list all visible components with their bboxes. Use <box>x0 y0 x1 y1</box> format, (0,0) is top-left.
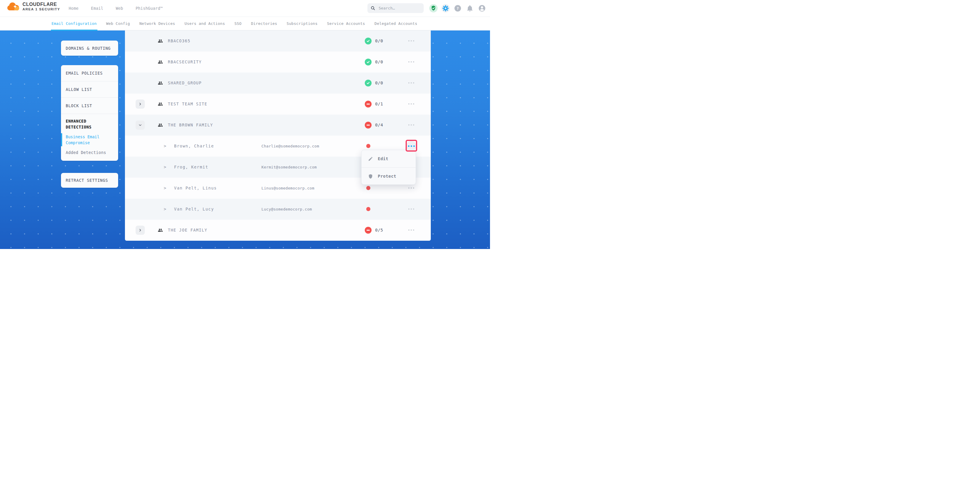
table-row[interactable]: RBACSECURITY 0/0 <box>125 51 431 73</box>
row-menu-button-highlighted[interactable] <box>406 141 416 151</box>
sidebar-item-business-email-compromise[interactable]: Business Email Compromise <box>66 134 114 146</box>
chevron-right-icon <box>138 228 142 232</box>
row-menu-button[interactable] <box>406 204 416 214</box>
cloudflare-cloud-icon <box>6 2 20 11</box>
expand-button[interactable] <box>135 99 145 109</box>
sidebar-policies-card: EMAIL POLICIES ALLOW LIST BLOCK LIST ENH… <box>61 65 118 161</box>
expand-button[interactable] <box>135 121 145 130</box>
sidebar-item-domains-routing[interactable]: DOMAINS & ROUTING <box>61 41 118 56</box>
row-name: TEST TEAM SITE <box>168 94 207 115</box>
nav-web[interactable]: Web <box>116 6 123 11</box>
row-name: Van Pelt, Lucy <box>174 199 214 220</box>
row-email: Linus@somedemocorp.com <box>261 178 314 199</box>
nav-phishguard[interactable]: PhishGuard™ <box>135 6 163 11</box>
status-icon <box>366 186 371 190</box>
check-icon <box>366 60 370 64</box>
table-row[interactable]: RBACO365 0/0 <box>125 30 431 51</box>
tab-directories[interactable]: Directories <box>251 17 277 30</box>
row-name: Brown, Charlie <box>174 135 214 157</box>
table-row[interactable]: SHARED_GROUP 0/0 <box>125 73 431 94</box>
svg-text:?: ? <box>457 6 459 11</box>
status-icon <box>365 227 372 234</box>
tab-delegated-accounts[interactable]: Delegated Accounts <box>374 17 417 30</box>
help-icon[interactable]: ? <box>453 4 462 13</box>
row-email: Charlie@somedemocorp.com <box>261 135 319 157</box>
tab-users-and-actions[interactable]: Users and Actions <box>185 17 225 30</box>
tab-web-config[interactable]: Web Config <box>106 17 130 30</box>
row-menu-button[interactable] <box>406 57 416 67</box>
row-menu-button[interactable] <box>406 99 416 109</box>
protection-count: 0/0 <box>375 73 383 94</box>
shield-check-icon[interactable] <box>429 4 438 13</box>
protection-count: 0/0 <box>375 51 383 73</box>
check-icon <box>366 81 370 85</box>
status-icon <box>365 59 372 65</box>
tab-service-accounts[interactable]: Service Accounts <box>327 17 365 30</box>
row-menu-button[interactable] <box>406 225 416 235</box>
check-icon <box>366 39 370 43</box>
chevron-down-icon <box>138 123 142 127</box>
group-icon <box>158 59 163 65</box>
row-name: THE JOE FAMILY <box>168 220 207 241</box>
search-input[interactable] <box>378 6 421 11</box>
member-chevron: > <box>164 157 166 178</box>
tab-sso[interactable]: SSO <box>234 17 242 30</box>
status-icon <box>365 122 372 129</box>
tab-email-configuration[interactable]: Email Configuration <box>51 17 97 30</box>
group-icon <box>158 81 163 86</box>
sidebar-item-added-detections[interactable]: Added Detections <box>66 150 114 156</box>
user-icon[interactable] <box>478 4 486 13</box>
status-icon <box>365 101 372 108</box>
minus-icon <box>366 103 370 105</box>
bell-icon[interactable] <box>466 4 474 13</box>
group-table: RBACO365 0/0 RBACSECURITY 0/0 SHARED_GRO… <box>125 30 431 241</box>
table-row[interactable]: THE JOE FAMILY 0/5 <box>125 220 431 241</box>
group-icon <box>158 228 163 233</box>
gear-icon[interactable] <box>441 4 450 13</box>
group-icon <box>158 123 163 127</box>
sidebar-item-allow-list[interactable]: ALLOW LIST <box>61 81 118 98</box>
row-menu-button[interactable] <box>406 120 416 130</box>
tab-subscriptions[interactable]: Subscriptions <box>286 17 317 30</box>
status-icon <box>366 207 371 211</box>
sidebar-item-retract-settings[interactable]: RETRACT SETTINGS <box>61 173 118 188</box>
row-name: Van Pelt, Linus <box>174 178 217 199</box>
sidebar-item-block-list[interactable]: BLOCK LIST <box>61 98 118 114</box>
minus-icon <box>366 230 370 231</box>
row-name: THE BROWN FAMILY <box>168 115 213 135</box>
group-icon <box>158 38 163 43</box>
table-row[interactable]: THE BROWN FAMILY 0/4 <box>125 115 431 135</box>
enhanced-detections-heading: ENHANCED DETECTIONS <box>66 118 114 130</box>
tab-network-devices[interactable]: Network Devices <box>140 17 175 30</box>
cloudflare-logo[interactable]: CLOUDFLARE AREA 1 SECURITY <box>6 2 60 11</box>
active-indicator-bar <box>61 133 62 146</box>
config-tabs: Email Configuration Web Config Network D… <box>0 17 490 30</box>
context-menu: Edit Protect <box>361 150 416 185</box>
context-menu-item-edit[interactable]: Edit <box>361 150 416 167</box>
table-row[interactable]: > Van Pelt, Lucy Lucy@somedemocorp.com <box>125 199 431 220</box>
app-header: CLOUDFLARE AREA 1 SECURITY Home Email We… <box>0 0 490 17</box>
sidebar-item-email-policies[interactable]: EMAIL POLICIES <box>61 65 118 81</box>
protection-count: 0/0 <box>375 30 383 51</box>
context-menu-item-protect[interactable]: Protect <box>361 167 416 185</box>
status-icon <box>365 38 372 45</box>
shield-icon <box>368 174 373 179</box>
nav-email[interactable]: Email <box>91 6 103 11</box>
expand-button[interactable] <box>135 226 145 235</box>
member-chevron: > <box>164 178 166 199</box>
search-box[interactable] <box>368 3 424 13</box>
member-chevron: > <box>164 199 166 220</box>
row-name: Frog, Kermit <box>174 157 208 178</box>
row-menu-button[interactable] <box>406 78 416 88</box>
chevron-right-icon <box>138 102 142 106</box>
table-row[interactable]: TEST TEAM SITE 0/1 <box>125 94 431 115</box>
search-icon <box>371 6 375 11</box>
pencil-icon <box>368 156 373 161</box>
nav-home[interactable]: Home <box>69 6 78 11</box>
row-email: Lucy@somedemocorp.com <box>261 199 312 220</box>
status-icon <box>366 144 371 148</box>
group-icon <box>158 102 163 107</box>
row-menu-button[interactable] <box>406 36 416 46</box>
header-icons: ? <box>429 4 486 13</box>
row-name: RBACSECURITY <box>168 51 202 73</box>
